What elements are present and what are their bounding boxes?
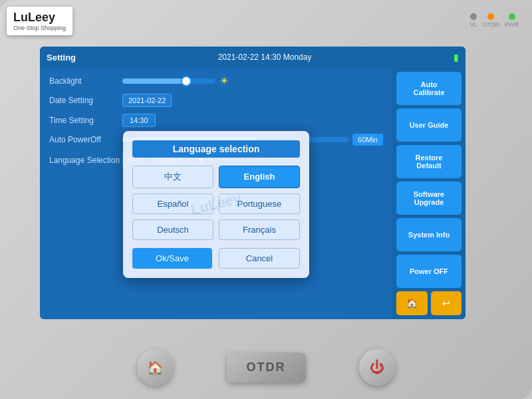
back-nav-btn[interactable]: ↩: [431, 291, 462, 315]
modal-cancel-btn[interactable]: Cancel: [219, 248, 300, 269]
watermark-logo: LuLeey One-Stop Shopping: [7, 7, 72, 35]
main-content: Backlight ☀ Date Setting 2021-02-22: [40, 68, 466, 319]
language-grid: 中文 English Español Portuguese Deutsch Fr…: [132, 166, 300, 240]
led-indicators: VL OTDR PWR: [469, 13, 519, 28]
header-bar: Setting 2021-02-22 14:30 Monday ▮: [40, 47, 466, 68]
restore-default-btn[interactable]: RestoreDefault: [396, 145, 462, 178]
lang-btn-de[interactable]: Deutsch: [132, 219, 213, 240]
modal-save-btn[interactable]: Ok/Save: [132, 248, 212, 269]
screen-title: Setting: [47, 53, 76, 63]
brand-tagline: One-Stop Shopping: [13, 25, 66, 31]
system-info-btn[interactable]: System Info: [396, 218, 462, 251]
led-group-pwr: PWR: [505, 13, 519, 28]
datetime-display: 2021-02-22 14:30 Monday: [218, 53, 312, 62]
bottom-home-btn[interactable]: 🏠: [137, 349, 174, 386]
device-bottom: 🏠 OTDR ⏻: [0, 349, 532, 386]
lang-btn-en[interactable]: English: [219, 166, 300, 188]
bottom-otdr-btn[interactable]: OTDR: [227, 352, 306, 382]
settings-panel: Backlight ☀ Date Setting 2021-02-22: [40, 68, 392, 319]
led-vl: [470, 13, 477, 20]
led-group-vl: VL: [469, 13, 477, 28]
led-otdr: [487, 13, 494, 20]
led-pwr: [509, 13, 515, 20]
lang-btn-es[interactable]: Español: [132, 194, 213, 214]
sidebar-buttons: AutoCalibrate User Guide RestoreDefault …: [392, 68, 466, 319]
modal-overlay: Language selection 中文 English Español Po…: [40, 89, 392, 319]
device-shell: LuLeey One-Stop Shopping VL OTDR PWR Set…: [0, 0, 532, 399]
lang-btn-fr[interactable]: Français: [219, 219, 300, 240]
modal-actions: Ok/Save Cancel: [132, 248, 300, 269]
led-group-otdr: OTDR: [483, 13, 500, 28]
nav-row: 🏠 ↩: [396, 291, 462, 315]
setting-row-backlight: Backlight ☀: [49, 74, 383, 87]
bottom-power-btn[interactable]: ⏻: [359, 349, 396, 386]
backlight-label: Backlight: [49, 76, 122, 86]
language-modal: Language selection 中文 English Español Po…: [123, 131, 309, 278]
backlight-control: ☀: [122, 74, 383, 87]
brand-name: LuLeey: [13, 11, 66, 25]
screen: Setting 2021-02-22 14:30 Monday ▮ Backli…: [40, 47, 466, 319]
home-nav-btn[interactable]: 🏠: [396, 291, 428, 315]
power-off-btn[interactable]: Power OFF: [396, 255, 462, 288]
auto-calibrate-btn[interactable]: AutoCalibrate: [396, 72, 462, 105]
software-upgrade-btn[interactable]: SoftwareUpgrade: [396, 182, 462, 215]
sun-icon: ☀: [219, 74, 229, 87]
battery-icon: ▮: [454, 52, 459, 63]
lang-btn-zh[interactable]: 中文: [132, 166, 213, 188]
lang-btn-pt[interactable]: Portuguese: [219, 194, 300, 214]
user-guide-btn[interactable]: User Guide: [396, 108, 462, 142]
modal-title: Language selection: [132, 140, 300, 158]
